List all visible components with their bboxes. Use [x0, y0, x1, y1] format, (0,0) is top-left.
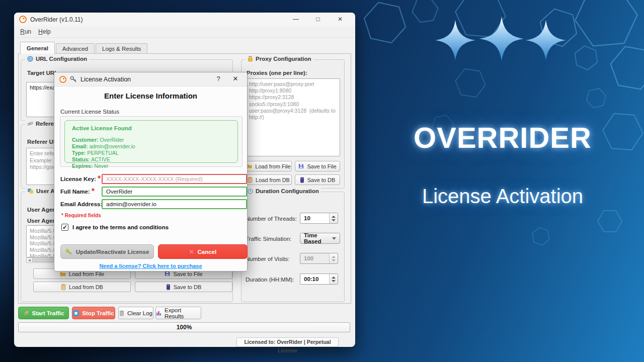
dialog-title-bar: License Activation ? ✕: [54, 72, 247, 86]
x-icon: ✕: [189, 248, 194, 255]
spinner-up-icon: [332, 256, 336, 258]
duration-spinner[interactable]: 00:10: [300, 274, 338, 285]
full-name-row: Full Name:*: [60, 187, 95, 197]
duration-configuration-group: Duration Configuration Number of Threads…: [241, 192, 345, 302]
duration-label: Duration (HH:MM):: [246, 277, 294, 283]
license-key-input[interactable]: XXXX-XXXX-XXXX-XXXX (Required): [102, 174, 247, 184]
proxy-save-file-button[interactable]: Save to File: [295, 161, 340, 171]
stop-traffic-button[interactable]: Stop Traffic: [72, 307, 115, 319]
license-activation-dialog: License Activation ? ✕ Enter License Inf…: [54, 72, 248, 272]
required-fields-note: * Required fields: [61, 213, 101, 218]
trash-icon: [119, 310, 124, 316]
spinner-up-icon[interactable]: [332, 216, 336, 218]
license-status-bar: Licensed to: OverRider | Perpetual Licen…: [236, 337, 339, 347]
dialog-close-button[interactable]: ✕: [231, 75, 240, 82]
title-bar: OverRider (v1.0.11) — □ ✕: [14, 13, 355, 26]
visits-label: Number of Visits:: [246, 256, 289, 262]
floppy-icon: [165, 271, 170, 277]
proxy-load-file-button[interactable]: Load from File: [246, 161, 292, 171]
license-key-row: License Key:*: [60, 174, 101, 184]
user-agent-icon: [27, 188, 34, 194]
terms-checkbox[interactable]: ✓: [61, 224, 68, 231]
clear-log-button[interactable]: Clear Log: [118, 307, 153, 319]
link-icon: [27, 121, 33, 127]
database-icon: [248, 177, 253, 183]
threads-label: Number of Threads:: [246, 216, 297, 222]
license-field-status: Status: ACTIVE: [72, 156, 230, 163]
proxy-save-db-button[interactable]: Save to DB: [295, 174, 340, 185]
sparkle-diamond: [479, 16, 524, 61]
dialog-heading: Enter License Information: [54, 92, 247, 100]
help-button[interactable]: ?: [214, 75, 223, 82]
promo-subtitle: License Activation: [361, 185, 644, 208]
stop-icon: [73, 310, 79, 316]
group-title: Duration Configuration: [256, 188, 319, 194]
spinner-up-icon[interactable]: [332, 277, 336, 279]
maximize-button[interactable]: □: [313, 15, 323, 24]
active-license-box: Active License Found Customer: OverRider…: [64, 120, 238, 163]
key-icon: [70, 76, 77, 82]
ua-save-db-button[interactable]: Save to DB: [135, 282, 232, 292]
license-field-type: Type: PERPETUAL: [72, 150, 230, 156]
proxies-input[interactable]: http://user:pass@proxy:port http://proxy…: [246, 78, 340, 156]
proxy-load-db-button[interactable]: Load from DB: [246, 174, 292, 185]
folder-icon: [60, 272, 66, 277]
traffic-simulation-label: Traffic Simulation:: [246, 236, 291, 242]
license-field-customer: Customer: OverRider: [72, 137, 230, 143]
cancel-button[interactable]: ✕ Cancel: [158, 244, 248, 259]
group-title: URL Configuration: [36, 56, 87, 62]
update-license-button[interactable]: Update/Reactivate License: [60, 244, 154, 259]
visits-spinner: 100: [300, 253, 338, 264]
clock-icon: [248, 189, 253, 194]
database-icon: [166, 284, 171, 290]
dialog-title: License Activation: [80, 76, 131, 83]
stage: OVERRIDER License Activation OverRider (…: [0, 0, 644, 362]
app-icon: [19, 16, 27, 23]
tab-advanced[interactable]: Advanced: [56, 43, 95, 54]
rocket-icon: [23, 310, 29, 316]
menu-run[interactable]: Run: [20, 28, 31, 35]
purchase-license-link[interactable]: Need a license? Click here to purchase: [54, 263, 247, 269]
sparkle-diamond: [435, 19, 475, 61]
lock-icon: [248, 56, 253, 62]
menu-bar: Run Help: [14, 26, 355, 38]
threads-spinner[interactable]: 10: [300, 213, 338, 224]
scroll-left-icon[interactable]: ◄: [27, 258, 32, 262]
license-field-expires: Expires: Never: [72, 163, 230, 169]
tab-logs-results[interactable]: Logs & Results: [96, 43, 147, 54]
floppy-icon: [298, 163, 304, 169]
database-icon: [61, 284, 66, 290]
database-icon: [300, 177, 304, 183]
ua-load-db-button[interactable]: Load from DB: [33, 282, 131, 292]
minimize-button[interactable]: —: [291, 15, 301, 24]
sparkle-diamond: [526, 19, 566, 61]
email-input[interactable]: admin@overrider.io: [102, 199, 247, 209]
key-icon: [65, 249, 72, 255]
spinner-down-icon: [332, 259, 336, 261]
window-title: OverRider (v1.0.11): [30, 16, 83, 23]
close-button[interactable]: ✕: [335, 15, 345, 24]
terms-agree-row: ✓ I agree to the terms and conditions: [61, 224, 169, 231]
traffic-simulation-select[interactable]: Time Based: [300, 233, 340, 244]
progress-bar: 100%: [18, 322, 350, 332]
start-traffic-button[interactable]: Start Traffic: [18, 307, 69, 319]
tab-general[interactable]: General: [20, 42, 55, 54]
group-title: Proxy Configuration: [256, 56, 311, 62]
promo-title: OVERRIDER: [361, 121, 644, 154]
email-row: Email Address:*: [60, 199, 107, 209]
export-results-button[interactable]: Export Results: [155, 307, 201, 319]
license-status-headline: Active License Found: [72, 125, 230, 132]
license-field-email: Email: admin@overrider.io: [72, 143, 230, 150]
tab-bar: General Advanced Logs & Results: [20, 42, 148, 54]
bar-chart-icon: [156, 310, 162, 316]
proxies-label: Proxies (one per line):: [247, 70, 307, 76]
globe-icon: [27, 56, 33, 62]
license-status-groupbox: Active License Found Customer: OverRider…: [60, 116, 243, 167]
full-name-input[interactable]: OverRider: [102, 187, 247, 197]
menu-help[interactable]: Help: [38, 28, 51, 35]
spinner-down-icon[interactable]: [332, 280, 336, 282]
current-license-status-label: Current License Status: [60, 109, 119, 115]
app-icon: [59, 76, 66, 83]
spinner-down-icon[interactable]: [332, 219, 336, 221]
terms-label: I agree to the terms and conditions: [72, 224, 169, 230]
